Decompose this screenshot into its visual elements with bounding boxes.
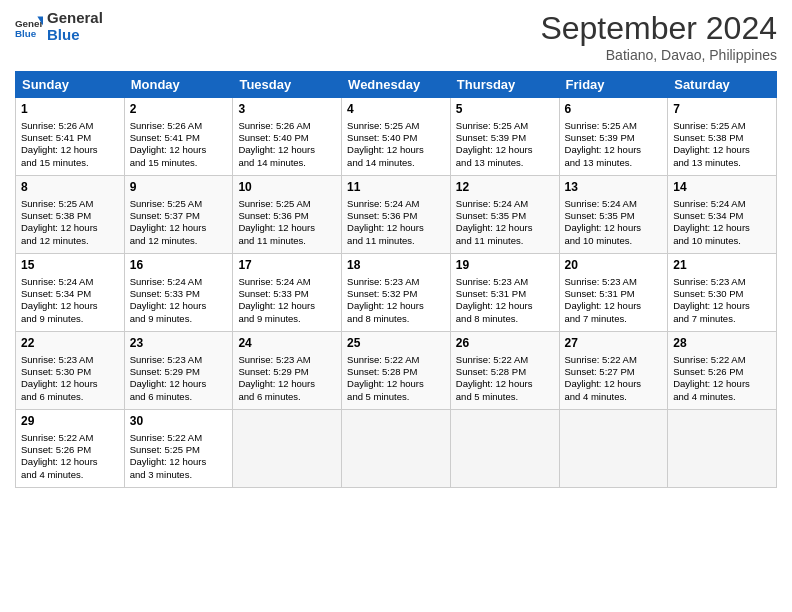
day-info: Sunrise: 5:23 AM bbox=[673, 276, 771, 288]
day-info: Sunset: 5:35 PM bbox=[456, 210, 554, 222]
day-info: Sunrise: 5:25 AM bbox=[565, 120, 663, 132]
day-info: and 14 minutes. bbox=[238, 157, 336, 169]
day-info: Daylight: 12 hours bbox=[347, 144, 445, 156]
day-info: and 12 minutes. bbox=[21, 235, 119, 247]
calendar-cell: 23Sunrise: 5:23 AMSunset: 5:29 PMDayligh… bbox=[124, 332, 233, 410]
calendar-cell: 30Sunrise: 5:22 AMSunset: 5:25 PMDayligh… bbox=[124, 410, 233, 488]
day-info: Sunrise: 5:26 AM bbox=[21, 120, 119, 132]
title-block: September 2024 Batiano, Davao, Philippin… bbox=[540, 10, 777, 63]
logo: General Blue General Blue bbox=[15, 10, 103, 43]
day-number: 15 bbox=[21, 258, 119, 274]
day-info: Sunset: 5:27 PM bbox=[565, 366, 663, 378]
day-info: Daylight: 12 hours bbox=[130, 456, 228, 468]
day-info: and 13 minutes. bbox=[673, 157, 771, 169]
day-info: Sunset: 5:30 PM bbox=[21, 366, 119, 378]
day-info: and 14 minutes. bbox=[347, 157, 445, 169]
calendar-cell: 24Sunrise: 5:23 AMSunset: 5:29 PMDayligh… bbox=[233, 332, 342, 410]
day-number: 24 bbox=[238, 336, 336, 352]
day-info: Sunrise: 5:24 AM bbox=[347, 198, 445, 210]
day-info: Daylight: 12 hours bbox=[347, 378, 445, 390]
day-info: Sunrise: 5:22 AM bbox=[347, 354, 445, 366]
day-info: Daylight: 12 hours bbox=[21, 378, 119, 390]
day-info: Daylight: 12 hours bbox=[130, 144, 228, 156]
day-info: Daylight: 12 hours bbox=[238, 300, 336, 312]
day-info: and 4 minutes. bbox=[565, 391, 663, 403]
day-info: Sunrise: 5:24 AM bbox=[565, 198, 663, 210]
day-info: Sunset: 5:29 PM bbox=[130, 366, 228, 378]
day-info: Sunset: 5:38 PM bbox=[673, 132, 771, 144]
day-info: Daylight: 12 hours bbox=[238, 144, 336, 156]
day-info: and 3 minutes. bbox=[130, 469, 228, 481]
day-info: Daylight: 12 hours bbox=[21, 456, 119, 468]
calendar-week-row: 8Sunrise: 5:25 AMSunset: 5:38 PMDaylight… bbox=[16, 176, 777, 254]
day-number: 25 bbox=[347, 336, 445, 352]
day-info: and 9 minutes. bbox=[238, 313, 336, 325]
calendar-cell: 13Sunrise: 5:24 AMSunset: 5:35 PMDayligh… bbox=[559, 176, 668, 254]
page: General Blue General Blue September 2024… bbox=[0, 0, 792, 612]
day-info: Sunset: 5:36 PM bbox=[347, 210, 445, 222]
day-info: Sunset: 5:28 PM bbox=[456, 366, 554, 378]
day-info: Daylight: 12 hours bbox=[456, 222, 554, 234]
day-info: Sunrise: 5:25 AM bbox=[238, 198, 336, 210]
day-info: and 8 minutes. bbox=[347, 313, 445, 325]
day-info: Sunrise: 5:24 AM bbox=[456, 198, 554, 210]
calendar-cell: 20Sunrise: 5:23 AMSunset: 5:31 PMDayligh… bbox=[559, 254, 668, 332]
day-info: Sunset: 5:34 PM bbox=[673, 210, 771, 222]
day-info: Sunset: 5:35 PM bbox=[565, 210, 663, 222]
day-number: 19 bbox=[456, 258, 554, 274]
day-info: and 11 minutes. bbox=[238, 235, 336, 247]
day-info: Sunset: 5:40 PM bbox=[238, 132, 336, 144]
day-number: 4 bbox=[347, 102, 445, 118]
calendar-cell: 19Sunrise: 5:23 AMSunset: 5:31 PMDayligh… bbox=[450, 254, 559, 332]
day-info: Daylight: 12 hours bbox=[673, 300, 771, 312]
calendar-cell: 18Sunrise: 5:23 AMSunset: 5:32 PMDayligh… bbox=[342, 254, 451, 332]
calendar-cell: 22Sunrise: 5:23 AMSunset: 5:30 PMDayligh… bbox=[16, 332, 125, 410]
calendar-week-row: 29Sunrise: 5:22 AMSunset: 5:26 PMDayligh… bbox=[16, 410, 777, 488]
day-info: Sunset: 5:33 PM bbox=[130, 288, 228, 300]
day-info: and 12 minutes. bbox=[130, 235, 228, 247]
calendar-cell: 29Sunrise: 5:22 AMSunset: 5:26 PMDayligh… bbox=[16, 410, 125, 488]
day-info: Sunrise: 5:24 AM bbox=[21, 276, 119, 288]
calendar-cell: 25Sunrise: 5:22 AMSunset: 5:28 PMDayligh… bbox=[342, 332, 451, 410]
day-info: Daylight: 12 hours bbox=[456, 378, 554, 390]
day-info: Sunset: 5:33 PM bbox=[238, 288, 336, 300]
day-info: and 11 minutes. bbox=[347, 235, 445, 247]
day-info: Daylight: 12 hours bbox=[238, 378, 336, 390]
day-info: Sunset: 5:39 PM bbox=[456, 132, 554, 144]
day-info: Sunset: 5:39 PM bbox=[565, 132, 663, 144]
day-info: Sunset: 5:37 PM bbox=[130, 210, 228, 222]
day-info: and 9 minutes. bbox=[130, 313, 228, 325]
day-info: and 6 minutes. bbox=[130, 391, 228, 403]
day-info: Daylight: 12 hours bbox=[673, 222, 771, 234]
location-subtitle: Batiano, Davao, Philippines bbox=[540, 47, 777, 63]
day-info: Sunset: 5:25 PM bbox=[130, 444, 228, 456]
day-info: Sunset: 5:34 PM bbox=[21, 288, 119, 300]
col-wednesday: Wednesday bbox=[342, 72, 451, 98]
day-info: Sunset: 5:29 PM bbox=[238, 366, 336, 378]
day-info: and 13 minutes. bbox=[456, 157, 554, 169]
day-info: Sunrise: 5:26 AM bbox=[130, 120, 228, 132]
day-info: Daylight: 12 hours bbox=[456, 300, 554, 312]
col-thursday: Thursday bbox=[450, 72, 559, 98]
day-number: 18 bbox=[347, 258, 445, 274]
day-number: 7 bbox=[673, 102, 771, 118]
day-info: Sunset: 5:31 PM bbox=[565, 288, 663, 300]
day-number: 20 bbox=[565, 258, 663, 274]
day-info: Sunrise: 5:22 AM bbox=[565, 354, 663, 366]
calendar-cell: 10Sunrise: 5:25 AMSunset: 5:36 PMDayligh… bbox=[233, 176, 342, 254]
calendar-header-row: Sunday Monday Tuesday Wednesday Thursday… bbox=[16, 72, 777, 98]
day-number: 23 bbox=[130, 336, 228, 352]
header: General Blue General Blue September 2024… bbox=[15, 10, 777, 63]
day-info: Sunset: 5:32 PM bbox=[347, 288, 445, 300]
calendar-cell: 2Sunrise: 5:26 AMSunset: 5:41 PMDaylight… bbox=[124, 98, 233, 176]
day-info: Daylight: 12 hours bbox=[565, 378, 663, 390]
day-info: Daylight: 12 hours bbox=[673, 144, 771, 156]
calendar-table: Sunday Monday Tuesday Wednesday Thursday… bbox=[15, 71, 777, 488]
day-info: Daylight: 12 hours bbox=[456, 144, 554, 156]
day-info: Sunset: 5:26 PM bbox=[21, 444, 119, 456]
day-info: Sunset: 5:28 PM bbox=[347, 366, 445, 378]
day-number: 9 bbox=[130, 180, 228, 196]
day-info: Sunset: 5:41 PM bbox=[130, 132, 228, 144]
day-info: Daylight: 12 hours bbox=[565, 300, 663, 312]
calendar-cell: 12Sunrise: 5:24 AMSunset: 5:35 PMDayligh… bbox=[450, 176, 559, 254]
